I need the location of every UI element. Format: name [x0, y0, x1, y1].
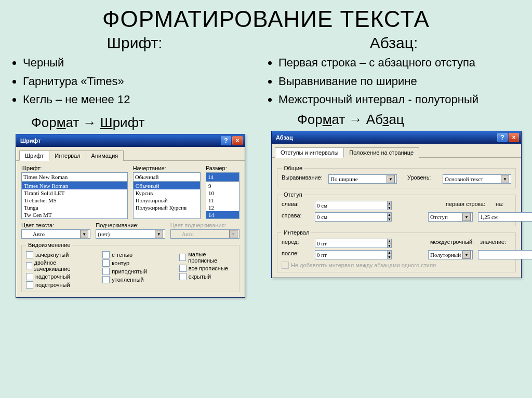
effect-checkbox[interactable]: подстрочный [26, 281, 82, 289]
firstline-by-spinner[interactable]: ▲▼ [478, 212, 511, 222]
align-label: Выравнивание: [282, 174, 323, 184]
general-group: Общие Выравнивание: По ширине▼ Уровень: … [277, 165, 516, 188]
spacing-group: Интервал перед: ▲▼ междустрочный: значен… [277, 229, 516, 272]
list-item: Выравнивание по ширине [278, 74, 522, 89]
chevron-down-icon: ▼ [80, 230, 88, 238]
indent-group: Отступ слева: ▲▼ первая строка: на: спра… [277, 191, 516, 226]
spacing-after-spinner[interactable]: ▲▼ [315, 250, 348, 259]
ulcolor-label: Цвет подчеркивания: [170, 222, 240, 228]
firstline-dropdown[interactable]: Отступ▼ [428, 212, 473, 222]
list-item[interactable]: 14 [206, 211, 239, 218]
effect-checkbox[interactable]: скрытый [179, 273, 235, 280]
dialog-title: Шрифт [20, 138, 41, 144]
by-label: на: [496, 201, 511, 210]
right-label: справа: [282, 212, 310, 222]
style-label: Начертание: [133, 165, 201, 171]
font-input[interactable] [21, 172, 128, 182]
chevron-down-icon: ▼ [462, 251, 471, 259]
right-bullets: Первая строка – с абзацного отступа Выра… [278, 55, 522, 107]
chevron-down-icon: ▼ [229, 230, 237, 238]
list-item[interactable]: Tw Cen MT [22, 211, 127, 218]
list-item[interactable]: Trebuchet MS [22, 197, 127, 204]
align-dropdown[interactable]: По ширине▼ [328, 174, 397, 184]
list-item[interactable]: 11 [206, 197, 239, 204]
tab-position[interactable]: Положение на странице [343, 147, 419, 158]
list-item: Первая строка – с абзацного отступа [278, 55, 522, 71]
color-dropdown[interactable]: Авто▼ [21, 229, 90, 239]
effect-checkbox[interactable]: зачеркнутый [26, 251, 82, 258]
ulcolor-dropdown: Авто▼ [170, 229, 240, 239]
list-item[interactable]: 10 [206, 189, 239, 197]
chevron-down-icon: ▼ [462, 213, 471, 221]
close-icon[interactable]: × [232, 136, 243, 145]
list-item[interactable]: Tunga [22, 204, 127, 211]
effect-checkbox[interactable]: двойное зачеркивание [26, 259, 82, 272]
list-item[interactable]: Tiranti Solid LET [22, 189, 127, 197]
spacing-legend: Интервал [282, 229, 311, 236]
tab-indents[interactable]: Отступы и интервалы [275, 147, 344, 158]
list-item: Кегль – не менее 12 [23, 92, 259, 107]
close-icon[interactable]: × [509, 133, 519, 142]
list-item[interactable]: 12 [206, 204, 239, 211]
left-heading: Шрифт: [10, 34, 259, 52]
indent-legend: Отступ [282, 191, 304, 198]
linespc-label: междустрочный: [430, 239, 475, 248]
list-item[interactable]: Полужирный Курсив [134, 204, 200, 211]
chevron-down-icon: ▼ [501, 175, 509, 183]
value-label: значение: [480, 239, 511, 248]
dont-add-checkbox: Не добавлять интервал между абзацами одн… [282, 262, 511, 269]
effect-checkbox[interactable]: приподнятый [102, 268, 158, 275]
effects-group: Видоизменение зачеркнутый двойное зачерк… [21, 242, 240, 292]
after-label: после: [282, 250, 310, 259]
list-item[interactable]: Обычный [134, 182, 200, 189]
list-item[interactable]: 9 [206, 182, 239, 189]
effect-checkbox[interactable]: все прописные [179, 265, 235, 272]
linespc-value-spinner[interactable]: ▲▼ [478, 250, 511, 259]
left-bullets: Черный Гарнитура «Times» Кегль – не мене… [23, 55, 259, 107]
right-heading: Абзац: [266, 34, 522, 52]
list-item[interactable]: Курсив [134, 189, 200, 197]
effect-checkbox[interactable]: малые прописные [179, 251, 235, 264]
indent-left-spinner[interactable]: ▲▼ [315, 201, 348, 210]
list-item: Гарнитура «Times» [23, 74, 259, 89]
dialog-title: Абзац [276, 134, 293, 141]
help-icon[interactable]: ? [221, 136, 231, 145]
list-item: Межстрочный интервал - полуторный [278, 92, 522, 107]
size-listbox[interactable]: 9 10 11 12 14 [206, 182, 240, 219]
titlebar[interactable]: Абзац ? × [272, 131, 521, 144]
help-icon[interactable]: ? [497, 133, 508, 142]
underline-dropdown[interactable]: (нет)▼ [96, 229, 165, 239]
titlebar[interactable]: Шрифт ? × [16, 134, 245, 147]
level-label: Уровень: [407, 174, 437, 184]
color-label: Цвет текста: [21, 222, 90, 228]
level-dropdown[interactable]: Основной текст▼ [443, 174, 511, 184]
paragraph-dialog: Абзац ? × Отступы и интервалы Положение … [271, 131, 522, 278]
font-dialog: Шрифт ? × Шрифт Интервал Анимация Шрифт: [16, 134, 245, 298]
tab-interval[interactable]: Интервал [49, 150, 86, 161]
slide-title: ФОРМАТИРОВАНИЕ ТЕКСТА [0, 6, 532, 32]
effect-checkbox[interactable]: с тенью [102, 251, 158, 258]
menu-path-paragraph: Формат → Абзац [297, 112, 522, 128]
list-item[interactable]: Times New Roman [22, 182, 127, 189]
first-label: первая строка: [446, 201, 490, 210]
chevron-down-icon: ▼ [155, 230, 163, 238]
size-input[interactable] [206, 172, 240, 182]
effect-checkbox[interactable]: контур [102, 259, 158, 267]
linespc-dropdown[interactable]: Полуторный▼ [428, 250, 473, 259]
style-input[interactable] [133, 172, 201, 182]
tab-animation[interactable]: Анимация [86, 150, 124, 161]
size-label: Размер: [206, 165, 240, 171]
effect-checkbox[interactable]: утопленный [102, 276, 158, 283]
left-label: слева: [282, 201, 310, 210]
effect-checkbox[interactable]: надстрочный [26, 273, 82, 280]
indent-right-spinner[interactable]: ▲▼ [315, 212, 348, 222]
tab-font[interactable]: Шрифт [19, 150, 49, 161]
style-listbox[interactable]: Обычный Курсив Полужирный Полужирный Кур… [133, 182, 201, 219]
spacing-before-spinner[interactable]: ▲▼ [315, 239, 348, 248]
general-legend: Общие [282, 165, 304, 171]
font-label: Шрифт: [21, 165, 128, 171]
list-item[interactable]: Полужирный [134, 197, 200, 204]
chevron-down-icon: ▼ [387, 175, 395, 183]
font-listbox[interactable]: Times New Roman Tiranti Solid LET Trebuc… [21, 182, 128, 219]
list-item: Черный [23, 55, 259, 71]
